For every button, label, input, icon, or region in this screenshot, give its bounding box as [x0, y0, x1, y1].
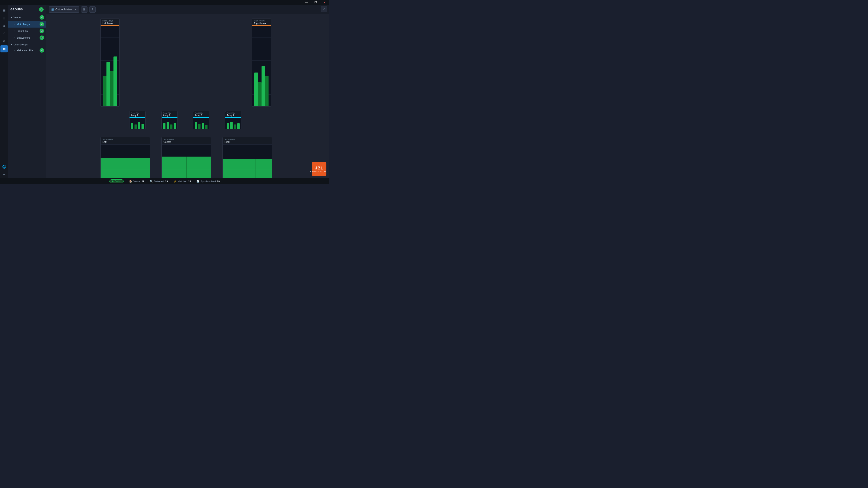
sidebar-item-mains-fills[interactable]: › Mains and Fills 🔊	[8, 47, 46, 54]
right-main-body	[252, 26, 271, 106]
sub-right-header: Subwoofers Right	[223, 137, 272, 144]
array3-header: Front Fills Array 3	[193, 111, 209, 117]
array3-bar4	[205, 125, 208, 129]
right-main-bar-4	[265, 76, 269, 106]
subwoofers-arrow: ›	[14, 37, 15, 39]
jbl-logo: JBL PROFESSIONAL	[312, 162, 327, 176]
left-main-bar-3	[110, 71, 114, 106]
right-main-category-label: Main Arrays	[254, 20, 269, 22]
icon-bar: ☰ ⊞ ◉ ✓ ⧉ ▦ 🌐 ≡	[0, 5, 8, 178]
output-meters-dropdown[interactable]: ▦ Output Meters ▼	[49, 6, 79, 13]
sub-right-title: Right	[224, 140, 270, 143]
sub-left-bar	[101, 158, 150, 178]
close-button[interactable]: ✕	[320, 0, 329, 5]
array1-bar2	[134, 125, 137, 129]
icon-bar-wireless[interactable]: ◉	[0, 22, 8, 29]
titlebar: — ❐ ✕	[0, 0, 329, 5]
front-fill-array1-card: Front Fills Array 1	[129, 111, 146, 129]
array4-bar4	[237, 123, 240, 129]
front-fills-speaker-btn[interactable]: 🔊	[39, 29, 44, 33]
status-matched: ⚡ Matched 29	[174, 180, 191, 183]
mains-fills-speaker-btn[interactable]: 🔊	[39, 48, 44, 53]
icon-bar-menu[interactable]: ☰	[0, 7, 8, 14]
sub-center-category: Subwoofers	[163, 138, 209, 140]
sidebar-item-front-fills[interactable]: › Front Fills 🔊	[8, 28, 46, 34]
front-fill-array4-card: Front Fills Array 4	[225, 111, 241, 129]
detected-count: 29	[165, 180, 168, 183]
sidebar: GROUPS 🔊 ▼ Venue 🔊 › Main Arrays 🔊 › Fro…	[8, 5, 46, 178]
left-main-card: Main Arrays Left Main	[100, 19, 120, 107]
icon-bar-home[interactable]: ⊞	[0, 14, 8, 22]
status-synchronized: 🔄 Synchronized 29	[196, 180, 220, 183]
main-arrays-speaker-btn[interactable]: 🔊	[39, 22, 44, 26]
icon-bar-sliders[interactable]: ⧉	[0, 37, 8, 45]
status-online-indicator: Online	[110, 180, 124, 183]
sidebar-item-subwoofers[interactable]: › Subwoofers 🔊	[8, 34, 46, 41]
sub-left-title: Left	[102, 140, 148, 143]
icon-bar-list[interactable]: ≡	[0, 171, 8, 178]
icon-bar-chart[interactable]: ▦	[0, 45, 8, 53]
right-main-header: Main Arrays Right Main	[252, 19, 271, 25]
array2-bar2	[166, 122, 169, 129]
left-main-bar-4	[114, 57, 117, 106]
array4-bar2	[230, 122, 232, 129]
left-main-bars	[101, 26, 119, 106]
icon-bar-globe[interactable]: 🌐	[0, 163, 8, 170]
array2-title: Array 2	[163, 114, 176, 117]
sub-center-header: Subwoofers Center	[162, 137, 211, 144]
sub-left-divider2	[133, 158, 133, 178]
sub-left-body	[101, 144, 150, 178]
sidebar-item-main-arrays[interactable]: › Main Arrays 🔊	[8, 21, 46, 28]
array2-header: Front Fills Array 2	[162, 111, 178, 117]
canvas-area: Main Arrays Left Main	[46, 14, 329, 178]
venue-section: ▼ Venue 🔊 › Main Arrays 🔊 › Front Fills …	[8, 13, 46, 41]
array1-bar3	[138, 122, 141, 129]
array1-bar4	[142, 124, 144, 129]
sub-right-body	[223, 144, 272, 178]
jbl-brand-text: JBL	[315, 166, 323, 170]
array2-bar3	[170, 125, 173, 129]
restore-button[interactable]: ❐	[311, 0, 320, 5]
sub-left-header: Subwoofers Left	[101, 137, 150, 144]
left-main-title: Left Main	[102, 22, 118, 25]
subwoofers-speaker-btn[interactable]: 🔊	[39, 35, 44, 40]
front-fills-arrow: ›	[14, 30, 15, 32]
right-main-bar-3	[261, 66, 265, 106]
right-main-bar-1	[254, 72, 258, 106]
array4-bar3	[234, 125, 236, 129]
mains-fills-arrow: ›	[14, 49, 15, 52]
array2-bar1	[163, 123, 165, 129]
array3-bar1	[195, 122, 197, 129]
toolbar-expand-btn[interactable]: ⤢	[321, 6, 327, 12]
left-main-body	[101, 26, 119, 106]
minimize-button[interactable]: —	[302, 0, 311, 5]
front-fill-array3-card: Front Fills Array 3	[193, 111, 209, 129]
array3-bar3	[202, 123, 204, 129]
toolbar-view-btn[interactable]: ⊟	[81, 6, 88, 13]
array3-category: Front Fills	[195, 112, 208, 114]
sub-right-div2	[255, 159, 255, 178]
venue-group[interactable]: ▼ Venue 🔊	[8, 14, 46, 21]
sub-center-body	[162, 144, 211, 178]
grid-line	[101, 157, 150, 157]
matched-icon: ⚡	[174, 180, 177, 183]
sidebar-header-speaker-btn[interactable]: 🔊	[39, 7, 43, 12]
icon-bar-check[interactable]: ✓	[0, 30, 8, 37]
array2-body	[162, 118, 178, 129]
dropdown-arrow-icon: ▼	[75, 8, 77, 11]
right-main-bars	[252, 26, 271, 106]
array1-category: Front Fills	[131, 112, 144, 114]
array1-title: Array 1	[131, 114, 144, 117]
output-meters-icon: ▦	[51, 8, 54, 11]
array1-body	[129, 118, 145, 129]
array4-header: Front Fills Array 4	[225, 111, 241, 117]
venue-count: 29	[142, 180, 144, 183]
user-groups-group[interactable]: ▼ User Groups	[8, 42, 46, 47]
toolbar-settings-btn[interactable]: ⁞	[89, 6, 96, 13]
right-main-card: Main Arrays Right Main	[252, 19, 271, 107]
venue-speaker-btn[interactable]: 🔊	[39, 15, 44, 20]
main-arrays-arrow: ›	[14, 23, 15, 25]
array4-title: Array 4	[227, 114, 240, 117]
sub-right-card: Subwoofers Right	[222, 137, 272, 178]
array4-body	[225, 118, 241, 129]
